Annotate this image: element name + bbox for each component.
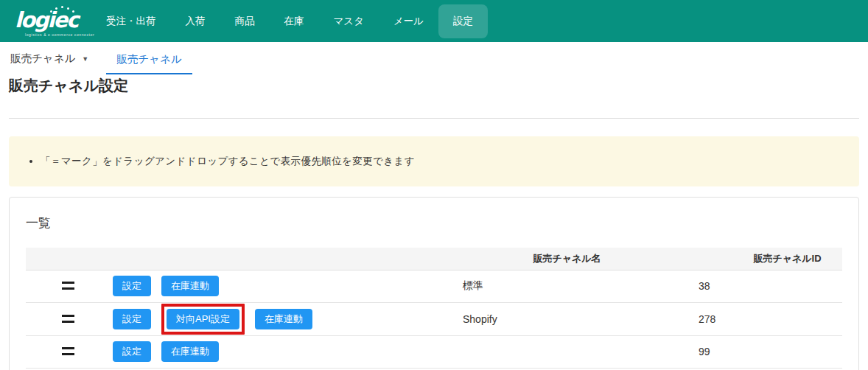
drag-handle[interactable] <box>62 282 74 290</box>
channel-table-body: 設定在庫連動標準38設定対向API設定在庫連動Shopify278設定在庫連動9… <box>26 270 842 368</box>
actions-cell: 設定対向API設定在庫連動 <box>111 302 435 335</box>
drag-handle-cell <box>26 335 111 368</box>
drag-handle[interactable] <box>62 315 74 323</box>
nav-item-arrivals[interactable]: 入荷 <box>171 4 220 38</box>
breadcrumb: 販売チャネル ▼ 販売チャネル <box>0 42 868 74</box>
table-header-row: 販売チャネル名 販売チャネルID <box>26 248 842 270</box>
logo-tagline: logistics & e-commerce connector <box>25 32 85 37</box>
tab-sales-channel[interactable]: 販売チャネル <box>106 52 192 74</box>
channel-id-column-header: 販売チャネルID <box>674 248 842 270</box>
nav-item-inventory[interactable]: 在庫 <box>270 4 319 38</box>
nav-item-master[interactable]: マスタ <box>319 4 379 38</box>
notice-list: 「＝マーク」をドラッグアンドドロップすることで表示優先順位を変更できます <box>21 155 847 168</box>
nav-item-settings[interactable]: 設定 <box>438 4 488 38</box>
api-settings-button[interactable]: 対向API設定 <box>167 309 239 329</box>
settings-button[interactable]: 設定 <box>113 276 151 296</box>
settings-button[interactable]: 設定 <box>113 341 151 362</box>
channel-table: 販売チャネル名 販売チャネルID 設定在庫連動標準38設定対向API設定在庫連動… <box>26 248 842 369</box>
nav-item-orders-shipping[interactable]: 受注・出荷 <box>91 4 171 38</box>
inventory-sync-button[interactable]: 在庫連動 <box>161 341 219 362</box>
nav-items: 受注・出荷入荷商品在庫マスタメール設定 <box>91 0 488 42</box>
highlight-annotation: 対向API設定 <box>161 304 245 335</box>
drag-handle-cell <box>26 302 111 335</box>
actions-cell: 設定在庫連動 <box>111 335 435 368</box>
drag-handle-cell <box>26 270 111 302</box>
table-row: 設定在庫連動標準38 <box>26 270 842 302</box>
channel-name-cell: Shopify <box>435 302 674 335</box>
channel-id-cell: 99 <box>674 335 842 368</box>
inventory-sync-button[interactable]: 在庫連動 <box>255 309 312 329</box>
logo-rays-icon <box>50 5 77 13</box>
settings-button[interactable]: 設定 <box>113 309 151 329</box>
table-row: 設定対向API設定在庫連動Shopify278 <box>26 302 842 335</box>
notice-box: 「＝マーク」をドラッグアンドドロップすることで表示優先順位を変更できます <box>9 136 859 186</box>
nav-item-mail[interactable]: メール <box>379 4 438 38</box>
channel-id-cell: 38 <box>674 270 842 302</box>
actions-column-header <box>111 248 435 270</box>
divider <box>9 118 859 119</box>
channel-name-column-header: 販売チャネル名 <box>435 248 674 270</box>
handle-column-header <box>26 248 111 270</box>
drag-handle[interactable] <box>62 347 74 355</box>
chevron-down-icon: ▼ <box>82 55 88 63</box>
notice-item: 「＝マーク」をドラッグアンドドロップすることで表示優先順位を変更できます <box>41 155 847 168</box>
channel-id-cell: 278 <box>674 302 842 335</box>
main-content: 販売チャネル ▼ 販売チャネル 販売チャネル設定 「＝マーク」をドラッグアンドド… <box>0 42 868 370</box>
top-nav: logiec logistics & e-commerce connector … <box>0 0 868 42</box>
list-title: 一覧 <box>26 214 842 231</box>
actions-cell: 設定在庫連動 <box>111 270 435 302</box>
logo-text: logiec <box>15 10 85 31</box>
page-title: 販売チャネル設定 <box>0 76 868 95</box>
channel-dropdown-label: 販売チャネル <box>10 52 75 66</box>
channel-list-card: 一覧 販売チャネル名 販売チャネルID 設定在庫連動標準38設定対向API設定在… <box>9 197 859 370</box>
logiec-logo[interactable]: logiec logistics & e-commerce connector <box>15 5 85 37</box>
channel-name-cell: 標準 <box>435 270 674 302</box>
channel-dropdown[interactable]: 販売チャネル ▼ <box>9 52 90 74</box>
nav-item-products[interactable]: 商品 <box>220 4 270 38</box>
inventory-sync-button[interactable]: 在庫連動 <box>161 276 219 296</box>
channel-name-cell <box>435 335 674 368</box>
table-row: 設定在庫連動99 <box>26 335 842 368</box>
